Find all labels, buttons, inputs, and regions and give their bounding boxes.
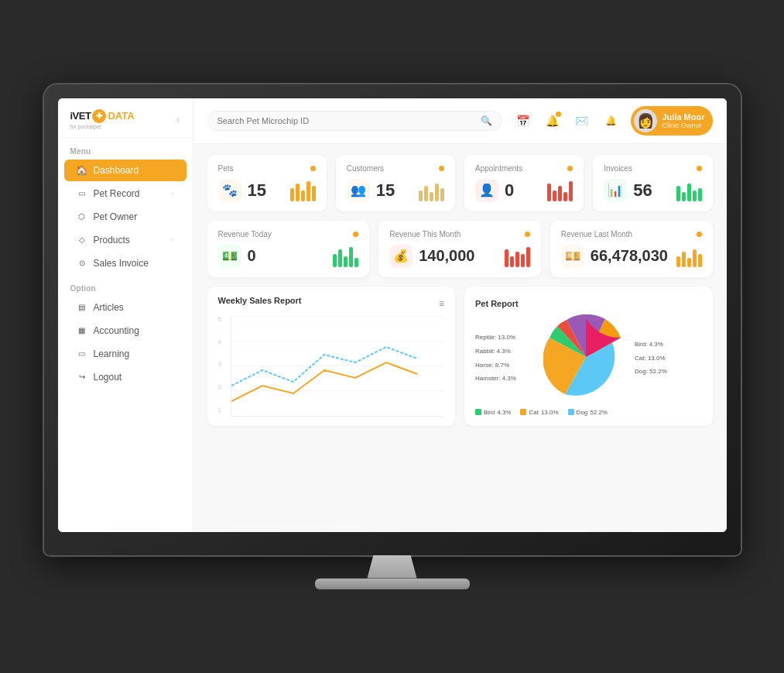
avatar: 👩 <box>634 109 657 132</box>
customers-card: Customers 👥 15 <box>336 155 455 211</box>
sidebar-item-accounting[interactable]: ▦ Accounting <box>64 320 187 342</box>
customers-chart <box>419 180 444 201</box>
sidebar-label-logout: Logout <box>94 372 122 383</box>
appointments-chart <box>547 180 573 201</box>
legend-cat: Cat 13.0% <box>520 409 558 416</box>
sidebar-label-products: Products <box>94 235 130 246</box>
sales-invoice-icon: ⊙ <box>77 258 87 269</box>
customers-value: 15 <box>376 180 395 201</box>
user-chip[interactable]: 👩 Julia Moor Clinic Owner <box>631 106 712 136</box>
invoices-card: Invoices 📊 56 <box>593 155 712 211</box>
chevron-right-icon: › <box>172 190 174 197</box>
pets-dot <box>310 166 316 171</box>
monitor-wrapper: iVET ✚ DATA for pocketpet ‹ Menu 🏠 Dashb… <box>44 84 741 589</box>
y-label-3: 3 <box>218 361 221 368</box>
sidebar-label-sales-invoice: Sales Invoice <box>94 258 149 269</box>
stats-grid: Pets 🐾 15 <box>207 155 713 211</box>
sidebar-item-articles[interactable]: ▤ Articles <box>64 297 187 318</box>
money-today-icon: 💵 <box>222 249 238 263</box>
money-last-month-icon: 💴 <box>565 249 580 263</box>
pets-title: Pets <box>218 164 234 173</box>
main-content: 🔍 📅 🔔 ✉️ 🔔 <box>193 98 727 532</box>
appointments-card: Appointments 👤 0 <box>464 155 584 211</box>
customers-title: Customers <box>347 164 384 173</box>
pet-owner-icon: ⬡ <box>77 211 87 222</box>
sidebar-item-dashboard[interactable]: 🏠 Dashboard <box>64 160 187 181</box>
bird-legend-dot <box>475 409 481 415</box>
dashboard-icon: 🏠 <box>77 165 87 176</box>
revenue-last-month-icon-wrap: 💴 <box>561 245 584 268</box>
articles-icon: ▤ <box>77 302 87 313</box>
products-icon: ◇ <box>77 235 87 246</box>
pie-left-labels: Reptile: 13.0% Rabbit: 4.3% Horse: 8.7% … <box>475 331 537 385</box>
user-name: Julia Moor <box>662 112 704 122</box>
notification-badge <box>556 112 561 117</box>
mail-icon-btn[interactable]: ✉️ <box>570 110 592 132</box>
cat-right-label: Cat: 13.0% <box>635 352 667 366</box>
logout-icon: ↪ <box>77 372 87 383</box>
revenue-today-icon-wrap: 💵 <box>218 245 241 268</box>
chevron-right-icon-2: › <box>172 236 174 244</box>
bell-icon-btn[interactable]: 🔔 <box>541 110 563 132</box>
search-input[interactable] <box>217 116 477 125</box>
alert-icon-btn[interactable]: 🔔 <box>600 110 621 132</box>
sidebar-label-pet-record: Pet Record <box>94 188 140 199</box>
paw-icon: 🐾 <box>222 183 238 197</box>
mail-icon: ✉️ <box>575 115 588 127</box>
logo-area: iVET ✚ DATA for pocketpet ‹ <box>58 98 193 138</box>
weekly-chart-area: 5 4 3 2 1 <box>218 316 445 417</box>
money-month-icon: 💰 <box>393 249 409 263</box>
customers-dot <box>439 166 444 171</box>
revenue-month-title: Revenue This Month <box>389 230 460 239</box>
sidebar: iVET ✚ DATA for pocketpet ‹ Menu 🏠 Dashb… <box>58 98 193 532</box>
pie-right-labels: Bird: 4.3% Cat: 13.0% Dog: 52.2% <box>635 338 667 379</box>
sidebar-item-pet-owner[interactable]: ⬡ Pet Owner <box>64 206 187 228</box>
customers-icon-wrap: 👥 <box>347 179 370 202</box>
invoices-icon-wrap: 📊 <box>604 179 627 202</box>
collapse-button[interactable]: ‹ <box>176 113 180 125</box>
pets-chart <box>290 180 316 201</box>
chart-plot-area <box>231 316 445 417</box>
revenue-last-month-value: 66,478,030 <box>591 247 668 265</box>
revenue-last-month-card: Revenue Last Month 💴 66,478,030 <box>550 221 713 277</box>
y-label-2: 2 <box>218 383 221 390</box>
revenue-today-title: Revenue Today <box>218 230 272 239</box>
search-bar[interactable]: 🔍 <box>207 111 503 131</box>
invoices-icon: 📊 <box>608 183 623 197</box>
revenue-last-month-chart <box>676 246 702 267</box>
sidebar-item-sales-invoice[interactable]: ⊙ Sales Invoice <box>64 252 187 274</box>
horse-label: Horse: 8.7% <box>475 359 537 373</box>
invoices-title: Invoices <box>604 164 632 173</box>
cat-legend-label: Cat <box>529 409 538 416</box>
y-label-5: 5 <box>218 316 221 323</box>
y-label-1: 1 <box>218 407 221 414</box>
revenue-month-value: 140,000 <box>419 247 474 265</box>
sidebar-item-products[interactable]: ◇ Products › <box>64 229 187 251</box>
revenue-today-dot <box>353 232 358 237</box>
calendar-icon-btn[interactable]: 📅 <box>512 110 533 132</box>
legend-dog: Dog 52.2% <box>568 409 608 416</box>
option-section-label: Option <box>58 275 193 296</box>
appointments-icon-wrap: 👤 <box>475 179 498 202</box>
weekly-chart-title: Weekly Sales Report <box>218 296 302 305</box>
invoices-value: 56 <box>633 180 652 201</box>
calendar-icon: 📅 <box>516 115 529 127</box>
bottom-charts: Weekly Sales Report ≡ 5 4 3 2 <box>207 287 713 426</box>
chart-menu-icon[interactable]: ≡ <box>439 298 444 309</box>
appointments-dot <box>567 166 573 171</box>
sidebar-item-logout[interactable]: ↪ Logout <box>64 366 187 388</box>
customers-icon: 👥 <box>351 183 366 197</box>
header: 🔍 📅 🔔 ✉️ 🔔 <box>193 98 727 144</box>
revenue-month-dot <box>525 232 530 237</box>
revenue-last-month-title: Revenue Last Month <box>561 230 632 239</box>
sidebar-label-accounting: Accounting <box>94 325 139 336</box>
sidebar-label-articles: Articles <box>94 302 124 313</box>
sidebar-item-pet-record[interactable]: ▭ Pet Record › <box>64 183 187 204</box>
monitor-neck <box>361 555 423 579</box>
revenue-last-month-dot <box>697 232 702 237</box>
appointments-title: Appointments <box>475 164 522 173</box>
pet-report-card: Pet Report Reptile: 13.0% Rabbit: 4.3% H… <box>464 287 713 426</box>
weekly-sales-card: Weekly Sales Report ≡ 5 4 3 2 <box>207 287 456 426</box>
sidebar-item-learning[interactable]: ▭ Learning <box>64 343 187 365</box>
dog-legend-label: Dog <box>577 409 588 416</box>
